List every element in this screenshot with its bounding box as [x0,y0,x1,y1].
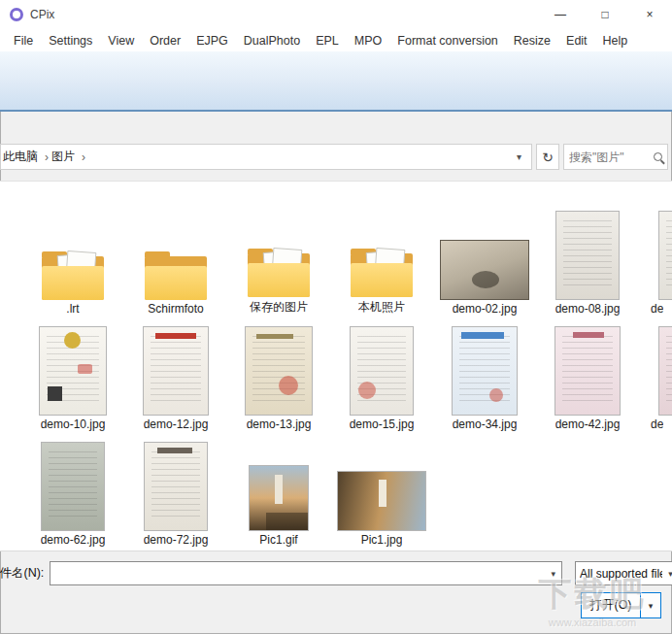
file-name: de [651,302,663,316]
file-name: demo-34.jpg [453,417,518,431]
breadcrumb-item-this-pc[interactable]: 此电脑 [3,149,38,165]
image-thumbnail [143,326,209,416]
breadcrumb[interactable]: 此电脑 › 图片 › ▾ [0,144,532,170]
image-thumbnail [249,465,309,531]
close-button[interactable]: × [627,0,672,29]
image-thumbnail [41,439,105,531]
menu-item[interactable]: EJPG [188,34,236,48]
file-grid: .lrtSchirmfoto保存的图片本机照片demo-02.jpgdemo-0… [0,182,672,547]
open-button[interactable]: 打开(O) [582,593,640,617]
file-item[interactable]: de [639,322,672,431]
file-item[interactable]: 保存的图片 [227,207,330,316]
menu-item[interactable]: Settings [41,34,100,48]
folder-icon [248,249,310,297]
menu-item[interactable]: Resize [506,34,558,48]
image-thumbnail [144,442,208,531]
filename-combobox[interactable]: ▾ [50,561,562,585]
search-box[interactable] [563,144,668,170]
image-thumbnail [144,439,208,531]
window-controls: — □ × [538,0,672,29]
image-thumbnail [554,326,621,416]
image-thumbnail [658,211,672,300]
refresh-button[interactable]: ↻ [536,144,559,170]
search-icon[interactable] [654,152,662,161]
file-item[interactable]: demo-15.jpg [330,322,433,431]
file-item[interactable]: Schirmfoto [124,207,227,316]
folder-icon [248,207,310,297]
image-thumbnail [337,471,426,531]
app-logo-icon [10,8,23,21]
file-item[interactable]: demo-72.jpg [124,438,227,547]
file-list-panel: .lrtSchirmfoto保存的图片本机照片demo-02.jpgdemo-0… [0,181,672,551]
menu-item[interactable]: DualPhoto [236,34,308,48]
chevron-right-icon[interactable]: › [75,150,92,164]
file-item[interactable]: demo-10.jpg [21,322,124,431]
file-item[interactable]: de [639,207,672,316]
menu-item[interactable]: Edit [558,34,595,48]
search-input[interactable] [569,150,654,164]
image-thumbnail [350,326,414,416]
chevron-down-icon[interactable]: ▾ [545,569,561,579]
file-item[interactable]: .lrt [21,207,124,316]
file-item[interactable]: demo-08.jpg [536,207,639,316]
image-thumbnail [350,323,414,416]
filetype-value: All supported file [580,567,662,581]
file-item[interactable]: Pic1.gif [227,438,330,547]
file-name: demo-12.jpg [144,417,209,431]
file-name: de [651,417,663,431]
minimize-button[interactable]: — [538,0,583,29]
file-name: demo-02.jpg [453,302,518,316]
image-thumbnail [452,326,518,416]
image-thumbnail [143,323,209,416]
file-name: demo-10.jpg [41,417,106,431]
open-dropdown-button[interactable]: ▾ [640,593,660,617]
file-name: Schirmfoto [148,302,203,316]
menu-item[interactable]: View [100,34,142,48]
app-window: CPix — □ × FileSettingsViewOrderEJPGDual… [0,0,672,634]
chevron-down-icon: ▾ [662,569,672,579]
file-item[interactable]: demo-34.jpg [433,322,536,431]
filename-input[interactable] [50,567,545,581]
file-item[interactable]: demo-02.jpg [433,207,536,316]
menu-item[interactable]: Order [142,34,188,48]
folder-icon [351,249,413,297]
breadcrumb-item-pictures[interactable]: 图片 [51,149,75,165]
menu-item[interactable]: Format conversion [389,34,506,48]
menu-item[interactable]: EPL [308,34,347,48]
menu-item[interactable]: MPO [347,34,389,48]
file-name: demo-72.jpg [144,533,209,547]
maximize-button[interactable]: □ [583,0,627,29]
image-thumbnail [39,326,107,416]
image-thumbnail [554,323,621,416]
image-thumbnail [555,208,620,300]
filetype-select[interactable]: All supported file ▾ [575,561,672,585]
folder-icon [145,251,207,300]
toolbar [0,51,672,112]
image-thumbnail [658,323,672,416]
file-name: demo-42.jpg [555,417,621,431]
image-thumbnail [658,326,672,416]
file-item[interactable]: Pic1.jpg [330,438,433,547]
file-item[interactable]: demo-62.jpg [21,438,124,547]
file-name: demo-08.jpg [555,302,621,316]
image-thumbnail [452,323,518,416]
file-item[interactable]: demo-42.jpg [536,322,639,431]
address-bar-row: 此电脑 › 图片 › ▾ ↻ [0,144,672,170]
file-item[interactable]: demo-13.jpg [227,322,330,431]
menu-item[interactable]: Help [595,34,636,48]
image-thumbnail [440,208,529,300]
image-thumbnail [41,442,105,531]
image-thumbnail [245,326,313,416]
file-name: Pic1.jpg [361,533,403,547]
file-name: Pic1.gif [259,533,297,547]
menu-item[interactable]: File [6,34,41,48]
image-thumbnail [245,323,313,416]
image-thumbnail [440,240,529,300]
file-item[interactable]: demo-12.jpg [124,322,227,431]
breadcrumb-dropdown-button[interactable]: ▾ [513,151,525,162]
image-thumbnail [555,211,620,300]
image-thumbnail [658,208,672,300]
file-name: demo-13.jpg [247,417,312,431]
file-item[interactable]: 本机照片 [330,207,433,316]
window-title: CPix [30,8,54,21]
